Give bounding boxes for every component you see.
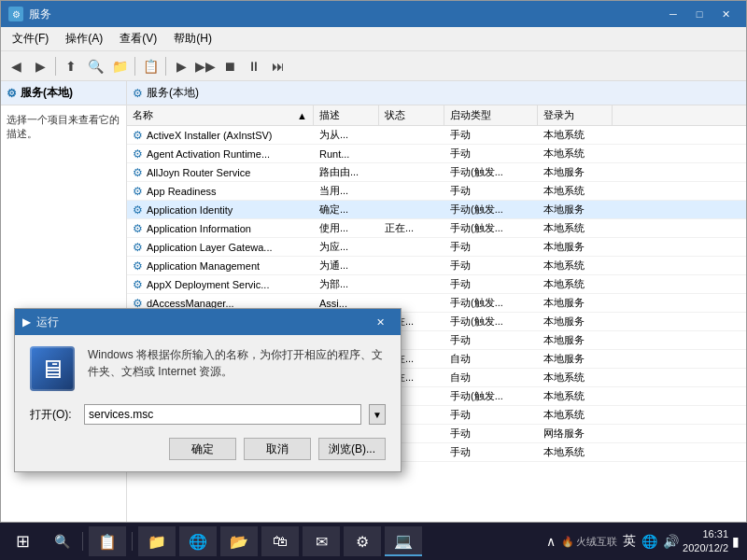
- cell-startup: 手动: [444, 443, 538, 461]
- taskbar-settings[interactable]: ⚙: [344, 526, 381, 556]
- run-input-field[interactable]: [84, 404, 361, 425]
- table-row[interactable]: ⚙ ActiveX Installer (AxInstSV) 为从... 手动 …: [127, 126, 746, 145]
- col-logon[interactable]: 登录为: [538, 105, 613, 125]
- table-row[interactable]: ⚙ AllJoyn Router Service 路由由... 手动(触发...…: [127, 163, 746, 182]
- table-row[interactable]: ⚙ AppX Deployment Servic... 为部... 手动 本地系…: [127, 275, 746, 294]
- cell-name: ⚙ Application Management: [127, 257, 314, 274]
- cell-desc: Runt...: [314, 145, 379, 162]
- taskbar-edge[interactable]: 🌐: [179, 526, 217, 556]
- start-button[interactable]: ⊞: [0, 523, 45, 560]
- table-row[interactable]: ⚙ Application Information 使用... 正在... 手动…: [127, 219, 746, 238]
- show-desktop-button[interactable]: ▮: [732, 534, 740, 549]
- cell-logon: 本地系统: [538, 126, 613, 144]
- col-name[interactable]: 名称 ▲: [127, 105, 314, 125]
- system-tray: ∧ 🔥 火绒互联 英 🌐 🔊: [546, 533, 679, 550]
- right-panel-header: ⚙ 服务(本地): [127, 81, 746, 105]
- start-service-button[interactable]: ▶: [170, 55, 192, 77]
- run-cancel-button[interactable]: 取消: [244, 438, 311, 460]
- left-panel-title: 服务(本地): [21, 85, 73, 101]
- cell-status: [379, 126, 444, 144]
- taskbar-folder[interactable]: 📂: [220, 526, 258, 556]
- cell-startup: 手动: [444, 126, 538, 144]
- service-gear-icon: ⚙: [133, 241, 143, 254]
- cell-status: [379, 201, 444, 218]
- back-button[interactable]: ◀: [5, 55, 27, 77]
- menu-action[interactable]: 操作(A): [58, 29, 110, 49]
- cell-logon: 本地服务: [538, 201, 613, 218]
- run-ok-button[interactable]: 确定: [169, 438, 236, 460]
- cell-startup: 手动: [444, 425, 538, 442]
- cell-logon: 本地服务: [538, 313, 613, 330]
- restart-service-button[interactable]: ⏸: [243, 55, 265, 77]
- taskbar-divider-1: [82, 532, 83, 551]
- toolbar-separator-3: [165, 57, 166, 76]
- search-button[interactable]: 🔍: [84, 55, 106, 77]
- tray-lang-icon[interactable]: 英: [623, 533, 636, 550]
- cell-logon: 本地系统: [538, 443, 613, 461]
- services-title-icon: ⚙: [8, 7, 23, 21]
- tray-network-icon[interactable]: 🌐: [641, 534, 657, 549]
- table-row[interactable]: ⚙ Application Layer Gatewa... 为应... 手动 本…: [127, 238, 746, 257]
- toolbar: ◀ ▶ ⬆ 🔍 📁 📋 ▶ ▶▶ ⏹ ⏸ ⏭: [1, 51, 746, 81]
- cell-logon: 本地服务: [538, 294, 613, 312]
- col-desc[interactable]: 描述: [314, 105, 379, 125]
- tray-volume-icon[interactable]: 🔊: [663, 534, 679, 549]
- cell-name: ⚙ Application Layer Gatewa...: [127, 238, 314, 256]
- tray-caret-icon[interactable]: ∧: [546, 534, 556, 549]
- cell-status: [379, 257, 444, 274]
- menu-help[interactable]: 帮助(H): [166, 29, 219, 49]
- col-startup[interactable]: 启动类型: [444, 105, 538, 125]
- cell-status: [379, 238, 444, 256]
- menu-file[interactable]: 文件(F): [5, 29, 56, 49]
- cell-logon: 本地系统: [538, 219, 613, 237]
- cell-logon: 本地系统: [538, 257, 613, 274]
- skip-button[interactable]: ⏭: [267, 55, 289, 77]
- cell-startup: 手动: [444, 182, 538, 200]
- service-gear-icon: ⚙: [133, 278, 143, 291]
- cell-logon: 本地系统: [538, 182, 613, 200]
- cell-startup: 手动(触发...: [444, 387, 538, 405]
- close-button[interactable]: ✕: [712, 4, 739, 24]
- stop-service-button[interactable]: ▶▶: [194, 55, 217, 77]
- cell-logon: 本地服务: [538, 331, 613, 349]
- taskbar-task-view[interactable]: 📋: [89, 526, 126, 556]
- show-hide-button[interactable]: 📋: [139, 55, 162, 77]
- table-row[interactable]: ⚙ App Readiness 当用... 手动 本地系统: [127, 182, 746, 201]
- run-close-button[interactable]: ✕: [367, 312, 393, 332]
- run-input-row: 打开(O): ▼: [30, 404, 386, 425]
- pause-service-button[interactable]: ⏹: [218, 55, 241, 77]
- taskbar-services-active[interactable]: 💻: [385, 526, 422, 556]
- menu-view[interactable]: 查看(V): [112, 29, 164, 49]
- folder-button[interactable]: 📁: [108, 55, 131, 77]
- service-gear-icon: ⚙: [133, 166, 143, 179]
- taskbar-explorer[interactable]: 📁: [138, 526, 176, 556]
- taskbar-store[interactable]: 🛍: [261, 526, 299, 556]
- cell-desc: 当用...: [314, 182, 379, 200]
- taskbar-search-button[interactable]: 🔍: [45, 523, 78, 560]
- cell-status: [379, 145, 444, 162]
- run-browse-button[interactable]: 浏览(B)...: [318, 438, 386, 460]
- taskbar-right: ∧ 🔥 火绒互联 英 🌐 🔊 16:31 2020/12/2 ▮: [546, 527, 747, 556]
- tray-time[interactable]: 16:31 2020/12/2: [683, 527, 728, 556]
- service-gear-icon: ⚙: [133, 222, 143, 235]
- cell-desc: 为部...: [314, 275, 379, 293]
- taskbar-mail[interactable]: ✉: [303, 526, 340, 556]
- table-row[interactable]: ⚙ Application Identity 确定... 手动(触发... 本地…: [127, 201, 746, 219]
- up-button[interactable]: ⬆: [60, 55, 82, 77]
- minimize-button[interactable]: ─: [660, 4, 686, 24]
- run-title-icon: ▶: [22, 315, 31, 329]
- title-bar-left: ⚙ 服务: [8, 7, 51, 22]
- list-header: 名称 ▲ 描述 状态 启动类型 登录为: [127, 105, 746, 126]
- run-dropdown-button[interactable]: ▼: [369, 404, 386, 425]
- services-title-text: 服务: [29, 7, 51, 22]
- run-content: 🖥 Windows 将根据你所输入的名称，为你打开相应的程序、文件夹、文档或 I…: [15, 335, 401, 471]
- cell-logon: 本地系统: [538, 406, 613, 424]
- cell-desc: 为通...: [314, 257, 379, 274]
- maximize-button[interactable]: □: [686, 4, 712, 24]
- forward-button[interactable]: ▶: [29, 55, 51, 77]
- table-row[interactable]: ⚙ Agent Activation Runtime... Runt... 手动…: [127, 145, 746, 163]
- col-status[interactable]: 状态: [379, 105, 444, 125]
- taskbar-divider-2: [132, 532, 133, 551]
- table-row[interactable]: ⚙ Application Management 为通... 手动 本地系统: [127, 257, 746, 275]
- cell-name: ⚙ AppX Deployment Servic...: [127, 275, 314, 293]
